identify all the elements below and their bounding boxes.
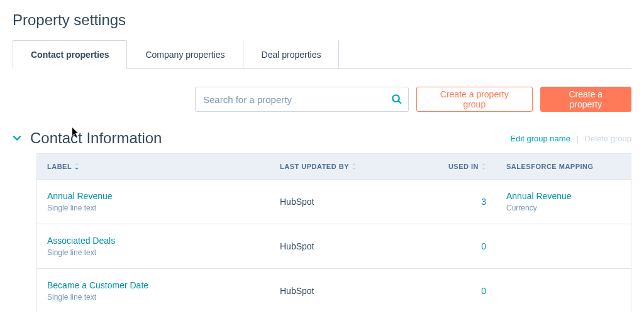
- column-sf-text: SALESFORCE MAPPING: [506, 163, 594, 170]
- table-row: Became a Customer Date Single line text …: [37, 268, 631, 313]
- column-used-text: USED IN: [448, 163, 479, 170]
- separator: |: [577, 134, 579, 143]
- column-salesforce-mapping[interactable]: SALESFORCE MAPPING: [496, 154, 631, 179]
- property-type: Single line text: [47, 293, 260, 302]
- delete-group-link[interactable]: Delete group: [585, 134, 631, 143]
- cell-salesforce-mapping: [496, 224, 631, 268]
- table-row: Associated Deals Single line text HubSpo…: [37, 224, 631, 268]
- table-header: LABEL LAST UPDATED BY USED IN SALESFORCE…: [37, 154, 631, 179]
- group-title: Contact Information: [30, 129, 162, 147]
- property-name-link[interactable]: Annual Revenue: [47, 191, 260, 201]
- tab-label: Deal properties: [262, 50, 321, 60]
- search-wrap: [195, 87, 409, 112]
- column-updated-text: LAST UPDATED BY: [280, 163, 349, 170]
- group-header: Contact Information Edit group name | De…: [0, 129, 644, 153]
- column-used-in[interactable]: USED IN: [414, 154, 496, 179]
- sort-icon: [74, 163, 79, 170]
- property-type: Single line text: [47, 248, 260, 257]
- cell-label: Became a Customer Date Single line text: [37, 269, 270, 313]
- cell-used-in[interactable]: 3: [414, 185, 496, 218]
- svg-line-1: [398, 101, 401, 104]
- create-property-group-button[interactable]: Create a property group: [416, 87, 533, 112]
- table-row: Annual Revenue Single line text HubSpot …: [37, 179, 631, 224]
- cell-used-in[interactable]: 0: [414, 230, 496, 263]
- column-last-updated-by[interactable]: LAST UPDATED BY: [270, 154, 414, 179]
- column-label-text: LABEL: [47, 163, 72, 170]
- salesforce-field-type: Currency: [506, 204, 621, 212]
- cell-label: Annual Revenue Single line text: [37, 180, 270, 224]
- search-input[interactable]: [195, 87, 409, 112]
- edit-group-name-link[interactable]: Edit group name: [511, 134, 570, 143]
- cell-updated-by: HubSpot: [270, 230, 414, 263]
- property-name-link[interactable]: Became a Customer Date: [47, 280, 260, 290]
- tab-contact-properties[interactable]: Contact properties: [13, 40, 127, 69]
- tab-label: Company properties: [145, 50, 225, 60]
- cell-salesforce-mapping: [496, 269, 631, 313]
- group-actions: Edit group name | Delete group: [511, 134, 632, 143]
- cursor-icon: [72, 128, 80, 138]
- tab-company-properties[interactable]: Company properties: [127, 40, 243, 68]
- svg-point-0: [392, 95, 399, 102]
- cell-label: Associated Deals Single line text: [37, 224, 270, 268]
- button-label: Create a property group: [428, 89, 521, 109]
- tab-deal-properties[interactable]: Deal properties: [243, 40, 340, 68]
- column-label[interactable]: LABEL: [37, 154, 270, 179]
- button-label: Create a property: [552, 89, 619, 109]
- sort-icon: [481, 163, 486, 170]
- cell-salesforce-mapping: Annual Revenue Currency: [496, 180, 631, 224]
- page-title: Property settings: [13, 11, 631, 29]
- cell-updated-by: HubSpot: [270, 185, 414, 218]
- chevron-down-icon[interactable]: [13, 134, 21, 143]
- tab-label: Contact properties: [31, 50, 109, 60]
- toolbar: Create a property group Create a propert…: [13, 69, 631, 129]
- properties-table: LABEL LAST UPDATED BY USED IN SALESFORCE…: [36, 153, 631, 313]
- sort-icon: [352, 163, 357, 170]
- search-icon: [391, 94, 402, 105]
- property-type: Single line text: [47, 204, 260, 212]
- tabs: Contact properties Company properties De…: [13, 40, 631, 69]
- cell-updated-by: HubSpot: [270, 275, 414, 307]
- salesforce-field-link[interactable]: Annual Revenue: [506, 191, 621, 201]
- property-name-link[interactable]: Associated Deals: [47, 236, 260, 246]
- cell-used-in[interactable]: 0: [414, 275, 496, 307]
- create-property-button[interactable]: Create a property: [540, 87, 631, 112]
